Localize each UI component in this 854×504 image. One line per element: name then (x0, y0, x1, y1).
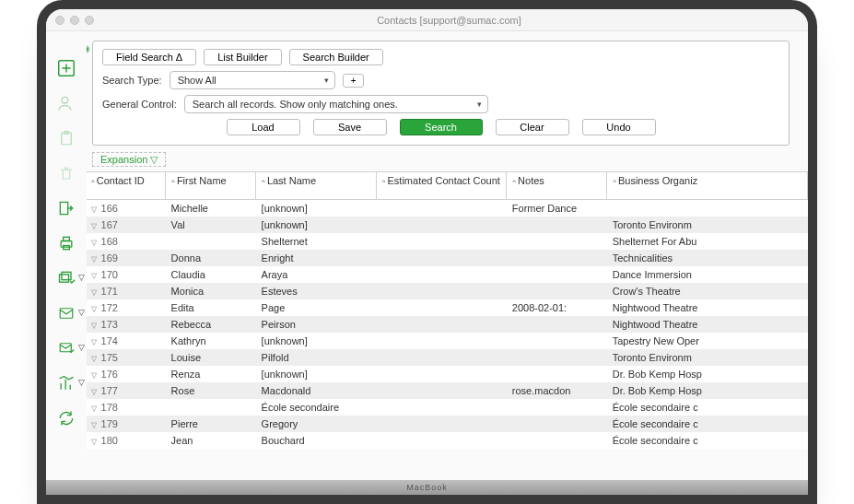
trash-icon[interactable] (55, 164, 77, 182)
layers-check-icon[interactable]: ▽ (55, 269, 77, 287)
table-row[interactable]: ▽ 171MonicaEstevesCrow's Theatre (87, 283, 808, 299)
svg-point-3 (62, 97, 68, 103)
mail-check-icon[interactable]: ▽ (55, 339, 77, 357)
save-button[interactable]: Save (313, 119, 387, 135)
table-row[interactable]: ▽ 174Kathryn[unknown]Tapestry New Oper (87, 333, 808, 349)
left-toolbar: ▽ ▽ ▽ ▽ (46, 31, 87, 480)
table-row[interactable]: ▽ 167Val[unknown]Toronto Environm (87, 217, 808, 233)
add-criteria-button[interactable]: + (343, 74, 365, 88)
export-icon[interactable] (55, 199, 77, 217)
refresh-icon[interactable] (55, 409, 77, 428)
table-row[interactable]: ▽ 170ClaudiaArayaDance Immersion (87, 266, 808, 283)
results-table: ^Contact ID^First Name^Last Name^Estimat… (87, 171, 808, 480)
search-button[interactable]: Search (400, 119, 483, 135)
column-header[interactable]: ^Estimated Contact Count (376, 172, 507, 200)
table-row[interactable]: ▽ 175LouisePilfoldToronto Environm (87, 349, 808, 366)
tab-field-search[interactable]: Field Search Δ (102, 49, 196, 65)
search-type-label: Search Type: (102, 75, 162, 86)
svg-rect-10 (62, 272, 71, 279)
table-row[interactable]: ▽ 168ShelternetShelternet For Abu (87, 233, 808, 250)
window-title: Contacts [support@sumac.com] (99, 15, 799, 26)
clipboard-icon[interactable] (55, 129, 77, 147)
load-button[interactable]: Load (227, 119, 300, 135)
undo-button[interactable]: Undo (582, 119, 656, 135)
svg-rect-9 (60, 275, 69, 282)
column-header[interactable]: ^Business Organiz (607, 172, 808, 200)
general-control-select[interactable]: Search all records. Show only matching o… (184, 95, 488, 113)
table-row[interactable]: ▽ 169DonnaEnrightTechnicalities (87, 250, 808, 266)
window-minimize-button[interactable] (70, 16, 79, 25)
laptop-hinge: MacBook (46, 480, 808, 495)
svg-rect-12 (60, 344, 71, 352)
tab-search-builder[interactable]: Search Builder (289, 49, 383, 65)
table-row[interactable]: ▽ 179PierreGregoryÉcole secondaire c (87, 416, 808, 432)
column-header[interactable]: ^Contact ID (87, 172, 166, 200)
table-row[interactable]: ▽ 172EditaPage2008-02-01:Nightwood Theat… (87, 299, 808, 316)
titlebar: Contacts [support@sumac.com] (46, 9, 808, 31)
tab-list-builder[interactable]: List Builder (204, 49, 281, 65)
window-zoom-button[interactable] (85, 16, 94, 25)
print-icon[interactable] (55, 234, 77, 252)
table-row[interactable]: ▽ 178École secondaireÉcole secondaire c (87, 399, 808, 416)
chart-icon[interactable]: ▽ (55, 374, 77, 393)
add-icon[interactable] (55, 59, 77, 77)
svg-rect-7 (64, 237, 70, 240)
window-close-button[interactable] (55, 16, 64, 25)
table-row[interactable]: ▽ 173RebeccaPeirsonNightwood Theatre (87, 316, 808, 333)
table-row[interactable]: ▽ 166Michelle[unknown]Former Dance (87, 200, 808, 217)
mail-icon[interactable]: ▽ (55, 304, 77, 322)
clear-button[interactable]: Clear (496, 119, 569, 135)
app-window: Contacts [support@sumac.com] (37, 0, 817, 504)
expansion-toggle[interactable]: Expansion ▽ (92, 153, 808, 166)
search-panel: ◉ Field Search Δ List Builder Search Bui… (92, 41, 790, 146)
table-row[interactable]: ▽ 180JeanBouchardÉcole secondaire c (87, 432, 808, 449)
column-header[interactable]: ^First Name (166, 172, 256, 200)
column-header[interactable]: ^Last Name (256, 172, 377, 200)
column-header[interactable]: ^Notes (507, 172, 607, 200)
search-type-select[interactable]: Show All (170, 71, 335, 89)
collapse-icon[interactable]: ◉ (87, 43, 90, 53)
contact-icon[interactable] (55, 94, 77, 112)
svg-rect-11 (60, 309, 73, 319)
table-row[interactable]: ▽ 176Renza[unknown]Dr. Bob Kemp Hosp (87, 366, 808, 382)
general-control-label: General Control: (102, 99, 177, 110)
table-row[interactable]: ▽ 177RoseMacdonaldrose.macdonDr. Bob Kem… (87, 382, 808, 399)
